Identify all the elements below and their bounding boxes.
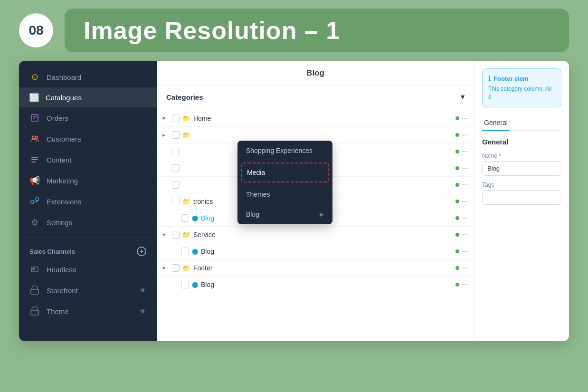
sidebar-item-headless[interactable]: Headless [19,259,157,280]
sidebar-divider [19,238,157,238]
add-channel-button[interactable]: + [137,247,146,256]
more-button[interactable]: ··· [462,181,468,189]
info-icon: ℹ [488,75,491,82]
category-checkbox[interactable] [181,214,189,222]
category-name: Footer [193,264,453,272]
sales-channels-label: Sales Channels [29,248,75,255]
expand-icon[interactable]: ▸ [162,132,169,138]
sidebar-item-label: Storefront [47,287,78,295]
category-name: Blog [201,281,453,288]
sidebar-item-customers[interactable]: Customers [19,128,157,149]
more-button[interactable]: ··· [462,264,468,272]
more-button[interactable]: ··· [462,197,468,206]
category-checkbox[interactable] [181,248,189,255]
sidebar-item-theme[interactable]: Theme 👁 [19,301,157,322]
category-row-service-blog: ⬤ Blog ··· [157,243,474,260]
dropdown-item-blog[interactable]: Blog ▶ [237,204,332,224]
dropdown-item-themes[interactable]: Themes [237,184,332,204]
more-button[interactable]: ··· [462,280,468,289]
expand-icon[interactable]: ▾ [162,115,169,122]
sidebar-item-label: Dashboard [47,73,81,81]
orders-icon [29,113,40,123]
svg-rect-9 [36,198,38,201]
expand-icon[interactable]: ▾ [162,265,169,271]
dropdown-item-shopping-experiences[interactable]: Shopping Experiences [237,141,332,161]
more-button[interactable]: ··· [462,164,468,172]
sidebar-item-dashboard[interactable]: ⊙ Dashboard [19,67,157,87]
folder-icon: 📁 [182,231,190,239]
sidebar-item-settings[interactable]: ⚙ Settings [19,212,157,233]
category-checkbox[interactable] [172,231,180,239]
svg-rect-8 [31,201,34,203]
svg-rect-11 [33,268,35,270]
tab-general[interactable]: General [482,115,510,131]
category-checkbox[interactable] [172,264,180,272]
more-button[interactable]: ··· [462,247,468,256]
more-button[interactable]: ··· [462,230,468,239]
theme-icon [29,306,40,316]
name-input[interactable] [482,161,561,176]
category-checkbox[interactable] [172,181,180,189]
field-group-name: Name * [482,153,561,182]
sidebar-item-label: Marketing [47,177,78,185]
folder-icon: 📁 [182,264,190,272]
category-checkbox[interactable] [172,148,180,155]
sidebar-item-marketing[interactable]: 📢 Marketing [19,170,157,191]
expand-icon[interactable]: ▾ [162,231,169,238]
category-name: Home [193,115,453,122]
status-dot [455,283,459,287]
svg-point-3 [32,136,35,139]
sidebar-item-storefront[interactable]: Storefront 👁 [19,280,157,301]
storefront-eye-icon[interactable]: 👁 [140,287,146,294]
sales-channels-header: Sales Channels + [19,243,157,259]
extensions-icon [29,196,40,207]
svg-rect-5 [31,157,38,158]
field-group-tags: Tags [482,182,561,210]
status-dot [455,216,459,220]
more-button[interactable]: ··· [462,131,468,139]
status-dot [455,233,459,237]
right-panel: ℹ Footer elem This category column. All … [474,61,569,341]
sidebar-item-label: Headless [47,266,76,274]
dropdown-item-label: Themes [246,191,270,198]
sidebar-item-orders[interactable]: Orders [19,107,157,128]
page-title: Image Resolution – 1 [84,16,550,45]
category-row-footer: ▾ 📁 Footer ··· [157,260,474,277]
category-row-footer-blog: ⬤ Blog ··· [157,277,474,293]
sidebar-item-label: Content [47,156,72,164]
headless-icon [29,264,40,275]
more-button[interactable]: ··· [462,147,468,156]
more-button[interactable]: ··· [462,114,468,123]
sidebar-item-label: Orders [47,114,68,122]
category-checkbox[interactable] [172,164,180,172]
dropdown-item-label: Shopping Experiences [246,147,313,154]
sidebar-item-extensions[interactable]: Extensions [19,191,157,212]
storefront-icon [29,285,40,296]
category-checkbox[interactable] [172,115,180,122]
category-checkbox[interactable] [172,131,180,139]
status-dot [455,183,459,187]
folder-icon: 📁 [182,198,190,205]
tags-input[interactable] [482,190,561,205]
field-label-tags: Tags [482,182,561,188]
sidebar-item-content[interactable]: Content [19,149,157,170]
theme-eye-icon[interactable]: 👁 [140,307,146,315]
more-button[interactable]: ··· [462,214,468,222]
dropdown-item-media[interactable]: Media [241,163,329,182]
required-indicator: * [499,153,501,159]
sidebar-item-catalogues[interactable]: ⬜ Catalogues [19,87,157,107]
tabs-bar: General [482,115,561,131]
status-dot [455,116,459,120]
category-checkbox[interactable] [181,281,189,288]
settings-icon: ⚙ [29,217,40,228]
catalogues-icon: ⬜ [29,93,39,102]
svg-rect-2 [33,118,35,119]
categories-chevron-icon[interactable]: ▾ [461,93,465,101]
status-dot [455,249,459,253]
status-dot [455,150,459,153]
circle-icon: ⬤ [192,248,198,255]
field-section-title: General [482,138,561,146]
category-name: Blog [201,248,453,255]
category-checkbox[interactable] [172,198,180,205]
content-icon [29,154,40,165]
